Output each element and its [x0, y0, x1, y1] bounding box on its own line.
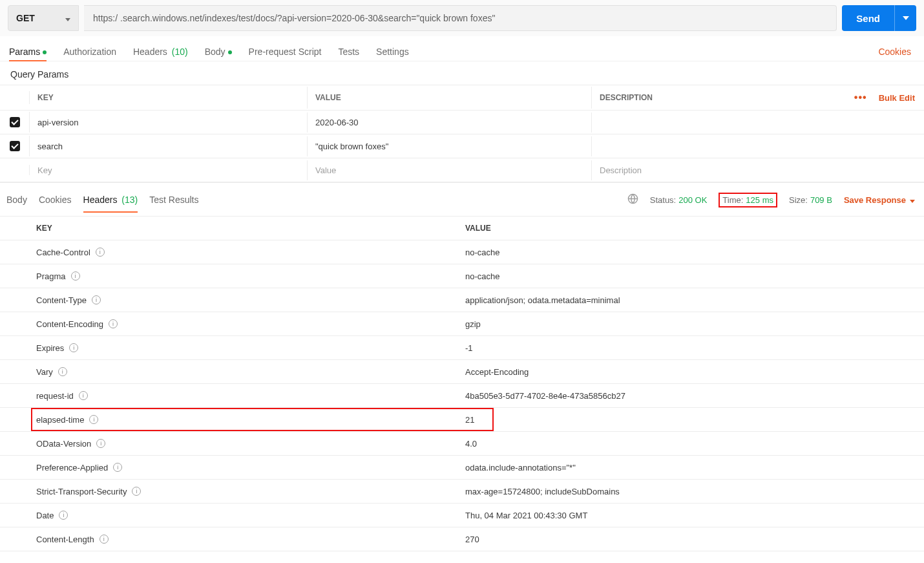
rtab-cookies[interactable]: Cookies	[39, 192, 72, 207]
header-row: VaryiAccept-Encoding	[0, 360, 924, 384]
param-key-placeholder[interactable]: Key	[30, 160, 308, 180]
info-icon[interactable]: i	[96, 248, 105, 257]
header-row: Expiresi-1	[0, 336, 924, 360]
param-row: api-version 2020-06-30	[0, 111, 924, 134]
url-text: https:/ .search.windows.net/indexes/test…	[93, 13, 495, 23]
rtab-body[interactable]: Body	[6, 192, 27, 207]
col-description: DESCRIPTION	[600, 93, 653, 102]
header-key: Strict-Transport-Security	[36, 487, 127, 496]
rtab-test-results[interactable]: Test Results	[149, 192, 198, 207]
size-label: Size:	[789, 195, 808, 205]
save-response-button[interactable]: Save Response	[844, 195, 915, 205]
send-button-label: Send	[842, 5, 894, 31]
http-method-label: GET	[16, 13, 35, 23]
header-row: DateiThu, 04 Mar 2021 00:43:30 GMT	[0, 504, 924, 527]
header-value: 4.0	[465, 433, 924, 454]
info-icon[interactable]: i	[113, 463, 122, 472]
status-value: 200 OK	[678, 195, 707, 205]
header-key: OData-Version	[36, 439, 91, 449]
response-bar: Body Cookies Headers (13) Test Results S…	[0, 183, 924, 211]
tab-body-label: Body	[205, 47, 226, 57]
response-tabs: Body Cookies Headers (13) Test Results	[6, 192, 198, 207]
param-description[interactable]	[592, 141, 924, 151]
param-key[interactable]: search	[30, 136, 308, 156]
info-icon[interactable]: i	[92, 295, 101, 304]
param-key[interactable]: api-version	[30, 112, 308, 133]
header-value: 4ba505e3-5d77-4702-8e4e-473a5856cb27	[465, 385, 924, 407]
param-row-new[interactable]: Key Value Description	[0, 158, 924, 182]
tab-headers-label: Headers	[133, 47, 167, 57]
header-key: Content-Encoding	[36, 319, 103, 329]
dot-icon	[228, 50, 232, 54]
header-row: Content-Typeiapplication/json; odata.met…	[0, 288, 924, 312]
cookies-link[interactable]: Cookies	[878, 47, 911, 57]
info-icon[interactable]: i	[100, 535, 109, 544]
info-icon[interactable]: i	[96, 439, 105, 448]
header-row: OData-Versioni4.0	[0, 432, 924, 456]
header-value: no-cache	[465, 242, 924, 263]
param-checkbox[interactable]	[10, 141, 20, 151]
headers-header-row: KEY VALUE	[0, 217, 924, 240]
query-params-label: Query Params	[0, 61, 924, 85]
header-row: Content-Encodingigzip	[0, 312, 924, 336]
header-value: 21	[465, 409, 924, 430]
info-icon[interactable]: i	[58, 367, 67, 376]
param-value[interactable]: 2020-06-30	[308, 112, 592, 133]
info-icon[interactable]: i	[89, 415, 98, 424]
param-description[interactable]	[592, 117, 924, 127]
info-icon[interactable]: i	[132, 487, 141, 496]
params-header-row: KEY VALUE DESCRIPTION ••• Bulk Edit	[0, 85, 924, 111]
tab-body[interactable]: Body	[205, 43, 232, 61]
header-row: elapsed-timei21	[0, 408, 924, 432]
status-label: Status:	[650, 195, 676, 205]
param-description-placeholder[interactable]: Description	[592, 160, 924, 180]
size-value: 709 B	[810, 195, 832, 205]
tab-prerequest[interactable]: Pre-request Script	[249, 43, 322, 61]
status-meta: Status:200 OK	[650, 195, 708, 205]
tab-headers[interactable]: Headers (10)	[133, 43, 188, 61]
header-value: odata.include-annotations="*"	[465, 457, 924, 478]
info-icon[interactable]: i	[71, 271, 80, 281]
header-value: 270	[465, 529, 924, 550]
header-key: Vary	[36, 367, 53, 377]
header-key: Date	[36, 511, 54, 520]
response-meta: Status:200 OK Time:125 ms Size:709 B Sav…	[627, 193, 915, 207]
time-label: Time:	[722, 195, 743, 205]
send-dropdown-icon[interactable]	[894, 5, 916, 31]
tab-authorization[interactable]: Authorization	[63, 43, 116, 61]
header-key: Cache-Control	[36, 248, 90, 257]
send-button[interactable]: Send	[842, 5, 916, 31]
tab-params[interactable]: Params	[9, 43, 47, 61]
url-input[interactable]: https:/ .search.windows.net/indexes/test…	[84, 5, 837, 31]
header-value: Accept-Encoding	[465, 361, 924, 383]
save-response-label: Save Response	[844, 195, 906, 205]
info-icon[interactable]: i	[59, 511, 68, 520]
header-row: request-idi4ba505e3-5d77-4702-8e4e-473a5…	[0, 384, 924, 408]
dot-icon	[43, 50, 47, 54]
header-key: Content-Type	[36, 295, 87, 305]
tab-settings[interactable]: Settings	[376, 43, 409, 61]
param-checkbox[interactable]	[10, 117, 20, 127]
header-value: -1	[465, 337, 924, 359]
more-icon[interactable]: •••	[854, 92, 867, 103]
rtab-headers[interactable]: Headers (13)	[83, 192, 138, 207]
info-icon[interactable]: i	[69, 343, 78, 352]
globe-icon[interactable]	[627, 193, 638, 206]
col-key: KEY	[36, 218, 465, 239]
header-key: elapsed-time	[36, 415, 84, 425]
params-table: KEY VALUE DESCRIPTION ••• Bulk Edit api-…	[0, 85, 924, 183]
header-key: Expires	[36, 343, 64, 353]
param-value[interactable]: "quick brown foxes"	[308, 136, 592, 156]
rtab-headers-label: Headers	[83, 195, 118, 205]
param-value-placeholder[interactable]: Value	[308, 160, 592, 180]
header-value: Thu, 04 Mar 2021 00:43:30 GMT	[465, 505, 924, 526]
http-method-select[interactable]: GET	[8, 5, 79, 31]
header-value: gzip	[465, 313, 924, 335]
header-key: Preference-Applied	[36, 463, 108, 473]
tab-tests[interactable]: Tests	[338, 43, 359, 61]
header-key: Content-Length	[36, 535, 94, 544]
bulk-edit-link[interactable]: Bulk Edit	[879, 93, 915, 103]
info-icon[interactable]: i	[109, 319, 118, 328]
info-icon[interactable]: i	[79, 391, 88, 400]
header-key: request-id	[36, 391, 74, 401]
